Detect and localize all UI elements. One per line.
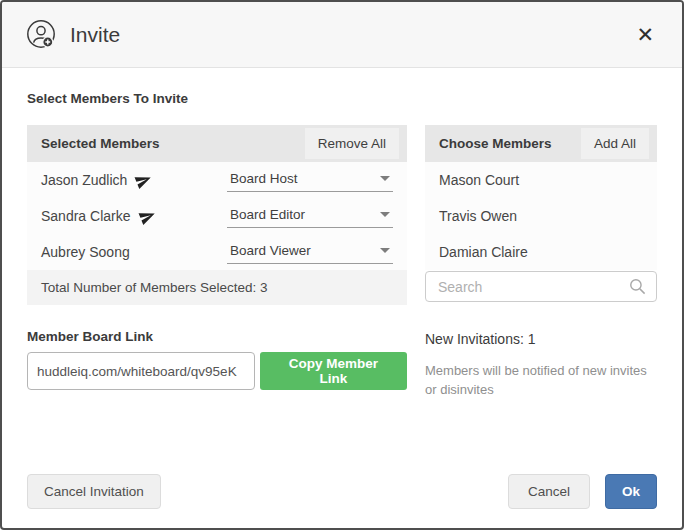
- chevron-down-icon: [380, 176, 390, 181]
- search-input[interactable]: [425, 271, 657, 302]
- ok-button[interactable]: Ok: [605, 474, 657, 509]
- selected-members-header: Selected Members Remove All: [27, 125, 407, 162]
- invitations-info: New Invitations: 1 Members will be notif…: [425, 329, 657, 400]
- selected-member-row: Jason Zudlich Board Host: [27, 162, 407, 198]
- dialog-footer: Cancel Invitation Cancel Ok: [2, 474, 682, 528]
- chevron-down-icon: [380, 248, 390, 253]
- member-name: Aubrey Soong: [41, 244, 130, 260]
- cancel-button[interactable]: Cancel: [508, 474, 590, 509]
- dialog-header: Invite ✕: [2, 2, 682, 68]
- invite-user-icon: [26, 19, 57, 50]
- close-icon[interactable]: ✕: [632, 20, 658, 49]
- invitations-note: Members will be notified of new invites …: [425, 362, 650, 400]
- choose-members-panel: Choose Members Add All Mason Court Travi…: [425, 125, 657, 305]
- new-invitations-count: New Invitations: 1: [425, 331, 657, 347]
- add-all-button[interactable]: Add All: [581, 128, 649, 159]
- member-panels: Selected Members Remove All Jason Zudlic…: [27, 125, 657, 305]
- search-icon: [628, 277, 647, 300]
- choose-members-header: Choose Members Add All: [425, 125, 657, 162]
- choose-member-row[interactable]: Mason Court: [425, 162, 657, 198]
- choose-member-row[interactable]: Travis Owen: [425, 198, 657, 234]
- role-dropdown-value: Board Host: [230, 171, 298, 186]
- cancel-invitation-button[interactable]: Cancel Invitation: [27, 474, 161, 509]
- selected-member-row: Sandra Clarke Board Editor: [27, 198, 407, 234]
- member-name: Jason Zudlich: [41, 172, 127, 188]
- role-dropdown[interactable]: Board Editor: [227, 205, 393, 228]
- dialog-title: Invite: [70, 23, 120, 47]
- member-board-link-section: Member Board Link Copy Member Link: [27, 329, 407, 400]
- role-dropdown-value: Board Editor: [230, 207, 305, 222]
- chevron-down-icon: [380, 212, 390, 217]
- member-name: Mason Court: [439, 172, 519, 188]
- total-selected-row: Total Number of Members Selected: 3: [27, 270, 407, 305]
- invite-dialog: Invite ✕ Select Members To Invite Select…: [0, 0, 684, 530]
- choose-members-title: Choose Members: [439, 136, 552, 151]
- selected-members-title: Selected Members: [41, 136, 160, 151]
- role-dropdown[interactable]: Board Viewer: [227, 241, 393, 264]
- invite-sent-icon: [135, 172, 152, 189]
- member-board-link-label: Member Board Link: [27, 329, 407, 344]
- role-dropdown-value: Board Viewer: [230, 243, 311, 258]
- invite-sent-icon: [139, 208, 156, 225]
- lower-section: Member Board Link Copy Member Link New I…: [27, 329, 657, 400]
- choose-member-row[interactable]: Damian Claire: [425, 234, 657, 270]
- section-title: Select Members To Invite: [27, 91, 657, 106]
- board-link-input[interactable]: [27, 352, 255, 390]
- copy-member-link-button[interactable]: Copy Member Link: [260, 352, 407, 390]
- selected-members-panel: Selected Members Remove All Jason Zudlic…: [27, 125, 407, 305]
- member-name: Travis Owen: [439, 208, 517, 224]
- total-selected-label: Total Number of Members Selected: 3: [41, 280, 268, 295]
- role-dropdown[interactable]: Board Host: [227, 169, 393, 192]
- search-field-wrap: [425, 271, 657, 302]
- member-name: Sandra Clarke: [41, 208, 131, 224]
- member-name: Damian Claire: [439, 244, 528, 260]
- dialog-body: Select Members To Invite Selected Member…: [2, 68, 682, 474]
- selected-member-row: Aubrey Soong Board Viewer: [27, 234, 407, 270]
- remove-all-button[interactable]: Remove All: [305, 128, 399, 159]
